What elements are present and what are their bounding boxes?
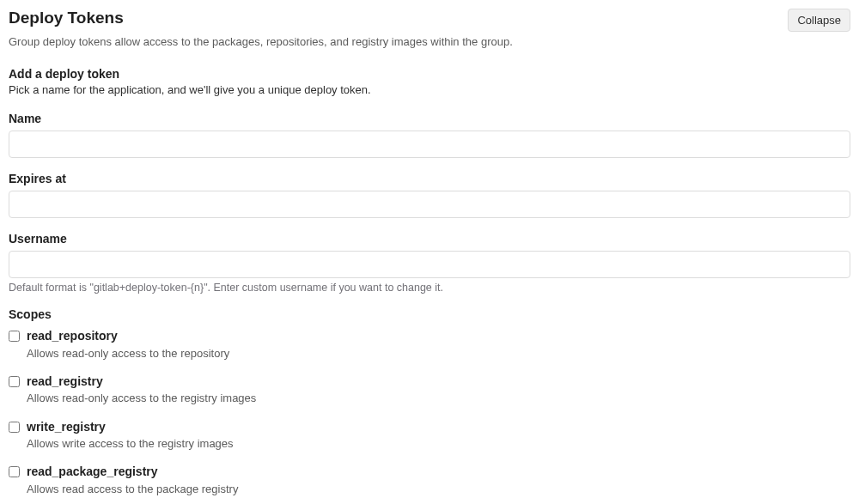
scope-description: Allows read access to the package regist… bbox=[27, 482, 238, 497]
scope-checkbox-write-registry[interactable] bbox=[9, 422, 20, 433]
expires-at-input[interactable] bbox=[9, 191, 850, 218]
name-label: Name bbox=[9, 112, 850, 125]
scope-name: read_registry bbox=[27, 373, 256, 391]
scope-name: read_package_registry bbox=[27, 464, 238, 481]
username-help: Default format is "gitlab+deploy-token-{… bbox=[9, 282, 850, 294]
scopes-label: Scopes bbox=[9, 307, 850, 321]
page-title: Deploy Tokens bbox=[9, 9, 124, 27]
section-title: Add a deploy token bbox=[9, 67, 850, 81]
collapse-button[interactable]: Collapse bbox=[788, 9, 850, 32]
scope-description: Allows read-only access to the repositor… bbox=[27, 346, 229, 361]
username-label: Username bbox=[9, 232, 850, 246]
section-description: Pick a name for the application, and we'… bbox=[9, 83, 850, 96]
scope-description: Allows write access to the registry imag… bbox=[27, 436, 234, 452]
expires-at-label: Expires at bbox=[9, 172, 850, 185]
scope-checkbox-read-repository[interactable] bbox=[9, 331, 20, 342]
scope-name: write_registry bbox=[27, 419, 234, 436]
scope-description: Allows read-only access to the registry … bbox=[27, 391, 256, 406]
scope-checkbox-read-registry[interactable] bbox=[9, 376, 20, 387]
name-input[interactable] bbox=[9, 131, 850, 158]
username-input[interactable] bbox=[9, 251, 850, 278]
page-subtitle: Group deploy tokens allow access to the … bbox=[9, 35, 850, 48]
scope-name: read_repository bbox=[27, 328, 229, 345]
scope-checkbox-read-package-registry[interactable] bbox=[9, 466, 20, 477]
